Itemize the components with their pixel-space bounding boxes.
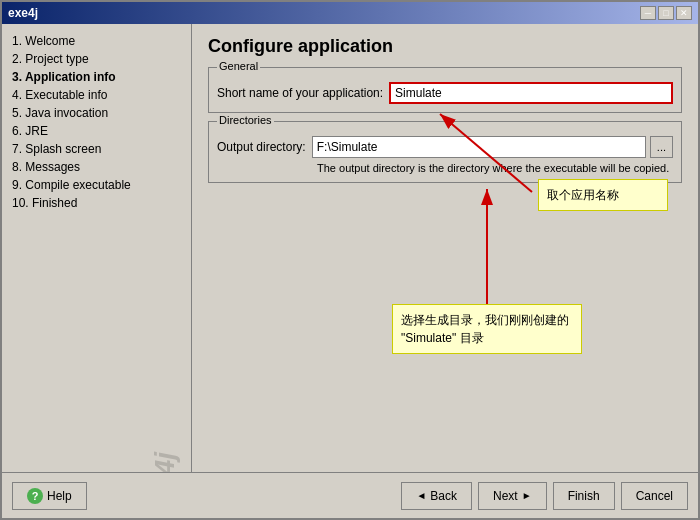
directories-group-label: Directories (217, 114, 274, 126)
annotation-bottom: 选择生成目录，我们刚刚创建的 "Simulate" 目录 (392, 304, 582, 354)
hint-text: The output directory is the directory wh… (317, 162, 673, 174)
sidebar-item-splash[interactable]: 7. Splash screen (8, 140, 185, 158)
next-arrow-icon: ► (522, 490, 532, 501)
sidebar-item-welcome[interactable]: 1. Welcome (8, 32, 185, 50)
main-content: Configure application General Short name… (192, 24, 698, 472)
sidebar-item-java-invocation[interactable]: 5. Java invocation (8, 104, 185, 122)
short-name-row: Short name of your application: (217, 82, 673, 104)
annotation-right: 取个应用名称 (538, 179, 668, 211)
back-arrow-icon: ◄ (416, 490, 426, 501)
maximize-button[interactable]: □ (658, 6, 674, 20)
browse-button[interactable]: ... (650, 136, 673, 158)
sidebar-item-messages[interactable]: 8. Messages (8, 158, 185, 176)
main-window: exe4j ─ □ ✕ 1. Welcome 2. Project type 3… (0, 0, 700, 520)
sidebar: 1. Welcome 2. Project type 3. Applicatio… (2, 24, 192, 472)
window-body: 1. Welcome 2. Project type 3. Applicatio… (2, 24, 698, 472)
output-dir-label: Output directory: (217, 140, 306, 154)
general-group-label: General (217, 60, 260, 72)
help-icon: ? (27, 488, 43, 504)
directories-group: Directories Output directory: ... The ou… (208, 121, 682, 183)
page-title: Configure application (208, 36, 682, 57)
sidebar-item-compile[interactable]: 9. Compile executable (8, 176, 185, 194)
sidebar-item-jre[interactable]: 6. JRE (8, 122, 185, 140)
back-button[interactable]: ◄ Back (401, 482, 472, 510)
finish-button[interactable]: Finish (553, 482, 615, 510)
output-dir-input[interactable] (312, 136, 646, 158)
watermark: exe4j (149, 452, 181, 472)
sidebar-item-finished[interactable]: 10. Finished (8, 194, 185, 212)
title-bar: exe4j ─ □ ✕ (2, 2, 698, 24)
short-name-label: Short name of your application: (217, 86, 383, 100)
next-button[interactable]: Next ► (478, 482, 547, 510)
cancel-button[interactable]: Cancel (621, 482, 688, 510)
general-group: General Short name of your application: (208, 67, 682, 113)
close-button[interactable]: ✕ (676, 6, 692, 20)
help-button[interactable]: ? Help (12, 482, 87, 510)
footer: ? Help ◄ Back Next ► Finish Cancel (2, 472, 698, 518)
sidebar-item-project-type[interactable]: 2. Project type (8, 50, 185, 68)
short-name-input[interactable] (389, 82, 673, 104)
minimize-button[interactable]: ─ (640, 6, 656, 20)
sidebar-item-exe-info[interactable]: 4. Executable info (8, 86, 185, 104)
sidebar-item-app-info[interactable]: 3. Application info (8, 68, 185, 86)
output-dir-row: Output directory: ... (217, 136, 673, 158)
title-bar-buttons: ─ □ ✕ (640, 6, 692, 20)
window-title: exe4j (8, 6, 38, 20)
